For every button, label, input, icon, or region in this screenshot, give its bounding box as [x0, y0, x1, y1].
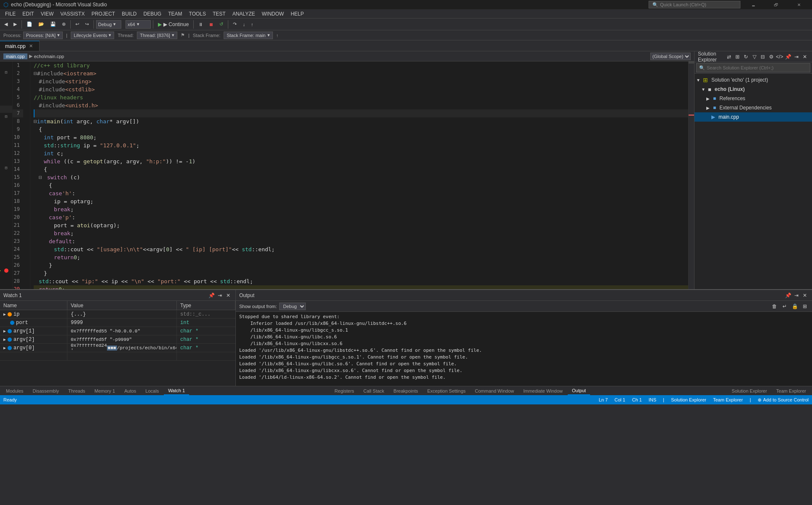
output-content[interactable]: Stopped due to shared library event: Inf… [236, 312, 812, 386]
stack-frame-dropdown[interactable]: Stack Frame: main ▾ [224, 32, 272, 39]
tab-memory1[interactable]: Memory 1 [90, 387, 119, 395]
tab-team-explorer[interactable]: Team Explorer [772, 387, 810, 395]
step-over-button[interactable]: ↷ [230, 20, 239, 29]
output-arrow-button[interactable]: ⇥ [793, 292, 800, 299]
menu-test[interactable]: TEST [209, 9, 229, 19]
tree-solution[interactable]: ▼ ⊞ Solution 'echo' (1 project) [694, 75, 812, 85]
watch-row-argv0[interactable]: ▶ argv[0] 0x7ffffffed24 '■■■/projects/ec… [0, 344, 235, 352]
menu-help[interactable]: HELP [287, 9, 307, 19]
undo-button[interactable]: ↩ [73, 20, 82, 29]
argv2-expand-icon[interactable]: ▶ [3, 337, 6, 342]
ip-expand-icon[interactable]: ▶ [3, 312, 6, 317]
se-properties-button[interactable]: ⊞ [734, 53, 741, 61]
watch-arrow-button[interactable]: ⇥ [216, 292, 224, 299]
tab-autos[interactable]: Autos [120, 387, 140, 395]
watch-close-button[interactable]: ✕ [224, 292, 232, 299]
tab-exception-settings[interactable]: Exception Settings [423, 387, 470, 395]
tree-external-deps[interactable]: ▶ ■ External Dependencies [694, 103, 812, 112]
menu-tools[interactable]: TOOLS [186, 9, 209, 19]
save-all-button[interactable]: ⊕ [59, 20, 68, 29]
output-source-select[interactable]: Debug [279, 303, 306, 310]
status-add-to-source-control[interactable]: ⊕ Add to Source Control [758, 397, 809, 403]
tab-watch1[interactable]: Watch 1 [164, 387, 189, 395]
process-dropdown[interactable]: Process: [N/A] ▾ [23, 32, 63, 39]
menu-file[interactable]: FILE [2, 9, 19, 19]
se-collapse-button[interactable]: ⊟ [759, 53, 767, 61]
tab-solution-explorer[interactable]: Solution Explorer [727, 387, 771, 395]
restore-button[interactable]: 🗗 [767, 0, 786, 9]
quick-launch-input[interactable]: 🔍 Quick Launch (Ctrl+Q) [649, 1, 740, 8]
output-clear-button[interactable]: 🗑 [771, 303, 778, 310]
tab-locals[interactable]: Locals [141, 387, 163, 395]
tab-close[interactable]: ✕ [28, 43, 34, 49]
tab-modules[interactable]: Modules [2, 387, 28, 395]
menu-project[interactable]: PROJECT [88, 9, 118, 19]
se-arrow-button[interactable]: ⇥ [793, 53, 800, 61]
se-settings-button[interactable]: ⚙ [767, 53, 775, 61]
menu-window[interactable]: WINDOW [258, 9, 287, 19]
watch-row-port[interactable]: port 9999 int [0, 319, 235, 327]
tab-registers[interactable]: Registers [330, 387, 358, 395]
output-wrap-button[interactable]: ↵ [781, 303, 788, 310]
output-close-button[interactable]: ✕ [801, 292, 809, 299]
tree-references[interactable]: ▶ ■ References [694, 94, 812, 103]
tab-output[interactable]: Output [568, 387, 590, 395]
redo-button[interactable]: ↪ [83, 20, 91, 29]
continue-button[interactable]: ▶ ▶ Continue [155, 20, 191, 29]
se-pin-button[interactable]: 📌 [784, 53, 792, 61]
menu-edit[interactable]: EDIT [19, 9, 37, 19]
se-close-button[interactable]: ✕ [801, 53, 809, 61]
se-sync-button[interactable]: ⇄ [725, 53, 733, 61]
argv1-expand-icon[interactable]: ▶ [3, 329, 6, 334]
menu-team[interactable]: TEAM [165, 9, 185, 19]
breadcrumb-path[interactable]: echo\main.cpp [34, 54, 64, 59]
se-search-input[interactable] [707, 65, 807, 70]
status-solution-explorer[interactable]: Solution Explorer [671, 397, 706, 402]
step-out-button[interactable]: ↑ [248, 20, 256, 29]
se-filter-button[interactable]: ▽ [751, 53, 758, 61]
watch-row-argv2[interactable]: ▶ argv[2] 0x7ffffffed5f "-p9999" char * [0, 335, 235, 344]
scope-select[interactable]: (Global Scope) [650, 53, 691, 60]
watch-pin-button[interactable]: 📌 [208, 292, 215, 299]
menu-build[interactable]: BUILD [118, 9, 140, 19]
tree-main-cpp[interactable]: ▶ main.cpp [694, 112, 812, 122]
watch-row-empty[interactable] [0, 352, 235, 361]
minimize-button[interactable]: 🗕 [744, 0, 763, 9]
menu-view[interactable]: VIEW [37, 9, 57, 19]
output-expand-button[interactable]: ⊞ [801, 303, 809, 310]
close-button[interactable]: ✕ [789, 0, 809, 9]
back-button[interactable]: ◀ [2, 20, 10, 29]
pause-button[interactable]: ⏸ [196, 20, 206, 29]
lifecycle-dropdown[interactable]: Lifecycle Events ▾ [71, 32, 114, 39]
stop-button[interactable]: ⏹ [206, 20, 216, 29]
breadcrumb-file[interactable]: main.cpp [3, 53, 27, 59]
tab-threads[interactable]: Threads [64, 387, 89, 395]
tab-breakpoints[interactable]: Breakpoints [389, 387, 422, 395]
menu-analyze[interactable]: ANALYZE [229, 9, 259, 19]
menu-vassistx[interactable]: VASSISTX [57, 9, 88, 19]
output-lock-button[interactable]: 🔒 [791, 303, 799, 310]
se-refresh-button[interactable]: ↻ [742, 53, 750, 61]
tab-command-window[interactable]: Command Window [471, 387, 518, 395]
tab-main-cpp[interactable]: main.cpp ✕ [0, 41, 40, 51]
tree-project[interactable]: ▼ ■ echo (Linux) [694, 85, 812, 94]
open-file-button[interactable]: 📂 [36, 20, 47, 29]
se-code-button[interactable]: </> [776, 53, 783, 61]
output-pin-button[interactable]: 📌 [784, 292, 792, 299]
tab-call-stack[interactable]: Call Stack [359, 387, 389, 395]
code-content[interactable]: //c++ std library ⊟#include <iostream> #… [30, 61, 688, 289]
watch-row-argv1[interactable]: ▶ argv[1] 0x7ffffffed55 "-h0.0.0.0" char… [0, 327, 235, 335]
watch-row-ip[interactable]: ▶ ip {...} std::_c... [0, 310, 235, 319]
argv0-expand-icon[interactable]: ▶ [3, 346, 6, 351]
tab-immediate-window[interactable]: Immediate Window [519, 387, 567, 395]
forward-button[interactable]: ▶ [11, 20, 19, 29]
config-dropdown[interactable]: Debug ▾ [96, 20, 121, 29]
new-file-button[interactable]: 📄 [24, 20, 35, 29]
thread-dropdown[interactable]: Thread: [8376] ▾ [137, 32, 177, 39]
menu-debug[interactable]: DEBUG [140, 9, 165, 19]
status-team-explorer[interactable]: Team Explorer [713, 397, 743, 402]
step-into-button[interactable]: ↓ [240, 20, 248, 29]
restart-button[interactable]: ↺ [217, 20, 226, 29]
platform-dropdown[interactable]: x64 ▾ [126, 20, 151, 29]
tab-disassembly[interactable]: Disassembly [29, 387, 63, 395]
